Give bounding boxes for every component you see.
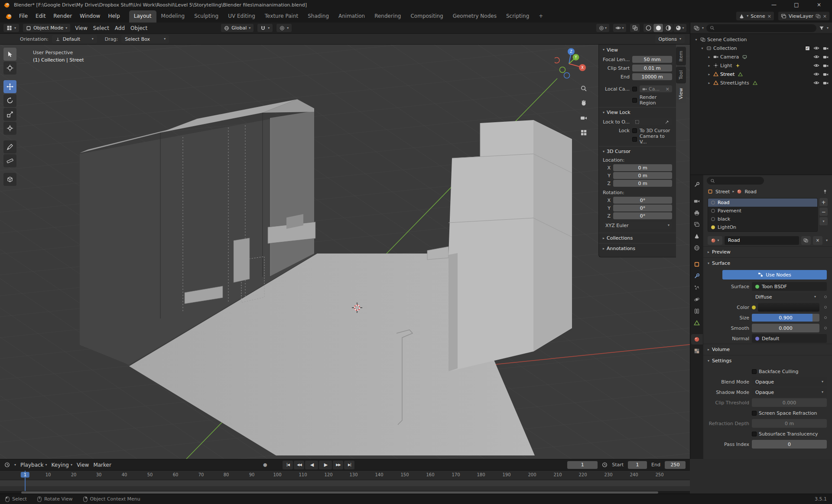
playhead-frame-badge[interactable]: 1 [21,472,29,478]
menu-render[interactable]: Render [49,11,76,21]
refraction-depth-field[interactable]: 0 m [752,419,827,428]
sidebar-tab-view[interactable]: View [676,84,686,103]
hide-eye-icon[interactable] [813,62,819,68]
tab-shading[interactable]: Shading [303,10,334,23]
use-preview-range-icon[interactable] [602,462,608,468]
expand-icon[interactable]: ▸ [707,64,712,68]
outliner-type-icon[interactable] [694,25,699,31]
slot-road[interactable]: Road [708,198,817,207]
cursor-loc-x-field[interactable]: 0 m [613,164,672,171]
menu-add[interactable]: Add [114,25,126,31]
tab-render[interactable] [691,196,703,206]
material-name-field[interactable]: Road [725,236,799,245]
hide-eye-icon[interactable] [813,45,819,51]
mode-selector[interactable]: Object Mode▾ [23,24,70,32]
surface-section-header[interactable]: ▾Surface [703,258,832,269]
xray-toggle[interactable] [630,24,640,32]
overlays-toggle[interactable]: ▾ [613,24,626,32]
tab-world[interactable] [691,243,703,253]
render-region-checkbox[interactable] [632,98,637,103]
shading-rendered-button[interactable]: ▾ [673,24,686,32]
maximize-button[interactable]: □ [787,0,806,10]
tool-annotate[interactable] [3,140,16,153]
tab-texture[interactable] [691,346,703,356]
settings-section-header[interactable]: ▾Settings [703,355,832,366]
camera-view-icon[interactable] [578,112,589,124]
use-nodes-button[interactable]: Use Nodes [722,270,827,280]
expand-icon[interactable]: ▾ [700,46,705,50]
outliner-search-input[interactable] [706,24,816,32]
smooth-field[interactable]: 0.000 [752,324,819,332]
tab-sculpting[interactable]: Sculpting [189,10,223,23]
to-3d-cursor-checkbox[interactable] [632,128,637,133]
menu-select[interactable]: Select [92,25,110,31]
animate-decorator[interactable] [824,296,827,298]
preview-section-header[interactable]: ▸Preview [703,247,832,257]
timeline-track-band[interactable] [0,480,690,486]
hide-eye-icon[interactable] [813,71,819,77]
slot-lighton[interactable]: LightOn [708,223,817,231]
tab-animation[interactable]: Animation [334,10,370,23]
cursor-rot-x-field[interactable]: 0° [613,197,672,204]
outliner-row-light[interactable]: ▸ Light [690,61,832,70]
timeline-ruler[interactable]: 110 2030 4050 6070 8090 100110 120130 14… [0,471,690,480]
slot-specials-button[interactable]: ▾ [819,217,828,225]
gizmo-minus-y-handle[interactable] [560,67,566,73]
panel-view-header[interactable]: ▾View [599,45,676,55]
shading-material-button[interactable] [663,24,673,32]
ssr-checkbox[interactable] [752,411,757,416]
tab-output[interactable] [691,208,703,218]
surface-shader-field[interactable]: Toon BSDF [752,282,827,291]
tab-view-layer[interactable] [691,219,703,230]
outliner-row-streetlights[interactable]: ▸ StreetLights [690,78,832,87]
next-keyframe-button[interactable]: ▶▶ [333,461,343,469]
cursor-rot-z-field[interactable]: 0° [613,212,672,219]
tool-add-cube[interactable] [3,173,16,186]
chevron-down-icon[interactable]: ▾ [702,26,704,30]
menu-window[interactable]: Window [76,11,104,21]
menu-file[interactable]: File [15,11,32,21]
new-material-button[interactable] [801,236,811,245]
toon-component-dropdown[interactable]: Diffuse▾ [752,293,819,301]
tab-object[interactable] [691,259,703,270]
slot-pavement[interactable]: Pavement [708,207,817,215]
cursor-loc-y-field[interactable]: 0 m [613,172,672,179]
menu-edit[interactable]: Edit [32,11,49,21]
tab-material[interactable] [691,334,703,345]
panel-collections-header[interactable]: ▸Collections [599,233,676,243]
tab-object-data[interactable] [691,318,703,328]
rotation-mode-dropdown[interactable]: XYZ Euler▾ [603,222,672,229]
tool-rotate[interactable] [3,94,16,107]
orientation-dropdown[interactable]: Default▾ [52,35,97,43]
tab-scripting[interactable]: Scripting [501,10,534,23]
menu-playback[interactable]: Playback▾ [20,462,47,468]
cursor-loc-z-field[interactable]: 0 m [613,180,672,187]
prev-keyframe-button[interactable]: ◀◀ [294,461,304,469]
local-camera-checkbox[interactable] [632,87,637,91]
render-visibility-icon[interactable] [823,63,829,68]
lock-to-object-field[interactable] [632,118,672,125]
navigation-gizmo[interactable]: Z Y X [555,46,588,85]
blender-menu-icon[interactable] [3,13,15,20]
pass-index-field[interactable]: 0 [752,440,827,449]
shadow-mode-dropdown[interactable]: Opaque▾ [752,388,827,397]
menu-help[interactable]: Help [104,11,124,21]
tool-select-box[interactable] [3,48,16,61]
menu-keying[interactable]: Keying▾ [52,462,72,468]
volume-section-header[interactable]: ▸Volume [703,344,832,355]
pin-icon[interactable] [822,189,828,194]
expand-icon[interactable]: ▸ [707,55,712,59]
render-visibility-icon[interactable] [823,54,829,60]
tab-layout[interactable]: Layout [129,10,156,23]
scene-selector[interactable]: ▾ Scene × [736,12,774,20]
gizmo-minus-z-handle[interactable] [564,73,570,78]
close-button[interactable]: × [809,0,829,10]
drag-dropdown[interactable]: Select Box▾ [121,35,169,43]
filter-funnel-icon[interactable] [819,26,824,31]
jump-to-start-button[interactable]: |◀ [283,461,293,469]
animate-decorator[interactable] [824,316,827,319]
panel-view-lock-header[interactable]: ▾View Lock [599,107,676,117]
new-viewlayer-icon[interactable] [816,13,821,19]
focal-length-field[interactable]: 50 mm [632,56,672,63]
menu-object[interactable]: Object [130,25,148,31]
